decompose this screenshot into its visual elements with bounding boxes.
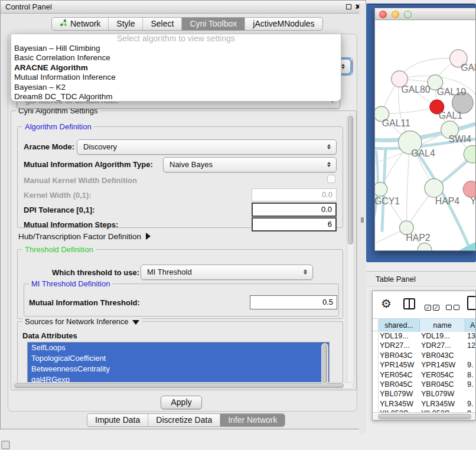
tab-impute-data[interactable]: Impute Data xyxy=(87,414,148,426)
split-panel-icon[interactable] xyxy=(403,298,415,309)
table-hscrollbar-thumb[interactable] xyxy=(378,414,471,419)
attribute-item-selfloops[interactable]: SelfLoops xyxy=(28,343,329,353)
aracne-mode-select[interactable]: Discovery xyxy=(77,139,337,155)
algorithm-option-bayesian-k2[interactable]: Bayesian – K2 xyxy=(11,83,341,92)
data-attributes-list[interactable]: SelfLoopsTopologicalCoefficientBetweenne… xyxy=(27,342,330,384)
zoom-button[interactable] xyxy=(404,11,412,18)
popup-item-list: Bayesian – Hill ClimbingBasic Correlatio… xyxy=(11,44,341,102)
network-window: GALGAL80GAL10GAL1GAL11SWI4GAL4GCY1HAP4YH… xyxy=(374,8,476,251)
mi-threshold-label: Mutual Information Threshold: xyxy=(29,298,140,307)
export-table-icon[interactable] xyxy=(467,296,476,310)
network-labels-layer: GALGAL80GAL10GAL1GAL11SWI4GAL4GCY1HAP4YH… xyxy=(375,63,475,243)
network-node-hap4[interactable] xyxy=(425,179,444,198)
close-button[interactable] xyxy=(379,11,387,18)
tab-infer-network[interactable]: Infer Network xyxy=(220,414,285,426)
table-cell: 13 xyxy=(467,331,475,341)
float-window-icon[interactable] xyxy=(346,4,351,9)
apply-button[interactable]: Apply xyxy=(161,396,202,409)
table-hscrollbar[interactable] xyxy=(373,412,475,420)
tab-jactivemnodules[interactable]: jActiveMNodules xyxy=(244,18,322,30)
node-label-gcy1: GCY1 xyxy=(375,196,400,206)
tab-network[interactable]: Network xyxy=(52,18,108,30)
tab-discretize-data[interactable]: Discretize Data xyxy=(148,414,220,426)
table-cell: YER054C xyxy=(421,370,454,380)
algorithm-option-bayesian-hill-climbing[interactable]: Bayesian – Hill Climbing xyxy=(11,44,341,53)
table-settings-gear-icon[interactable]: ⚙ xyxy=(381,298,392,309)
tab-select[interactable]: Select xyxy=(142,18,181,30)
algorithm-option-basic-correlation-inference[interactable]: Basic Correlation Inference xyxy=(11,53,341,63)
which-threshold-value: MI Threshold xyxy=(147,268,192,276)
data-attributes-label: Data Attributes xyxy=(22,331,77,340)
tab-cyni-toolbox[interactable]: Cyni Toolbox xyxy=(181,18,244,30)
table-row[interactable]: YBR043CYBR043C xyxy=(373,351,476,360)
table-row[interactable]: YBR045CYBR045C9. xyxy=(373,380,476,389)
table-row[interactable]: YER054CYER054C8. xyxy=(373,370,476,380)
network-node-y[interactable] xyxy=(463,181,475,198)
manual-kernel-width-checkbox[interactable] xyxy=(327,175,335,183)
node-label-gal1: GAL1 xyxy=(439,110,463,120)
expander-collapsed-icon xyxy=(146,233,151,240)
control-panel-titlebar: Control Panel ✖ xyxy=(1,1,366,14)
column-header-shared-name[interactable]: shared... xyxy=(379,319,420,332)
spinner-arrows-icon xyxy=(326,161,331,168)
table-body[interactable]: YDL19...YDL19...13YDR27...YDR27...12YBR0… xyxy=(373,331,476,412)
which-threshold-select[interactable]: MI Threshold xyxy=(141,265,313,280)
table-cell: YPR145W xyxy=(380,360,414,370)
network-canvas[interactable]: GALGAL80GAL10GAL1GAL11SWI4GAL4GCY1HAP4YH… xyxy=(375,20,475,250)
panel-split-divider[interactable] xyxy=(359,5,366,434)
table-cell: 12 xyxy=(467,341,475,350)
table-cell: YBR045C xyxy=(380,380,413,389)
settings-hscrollbar-thumb[interactable] xyxy=(14,383,344,388)
algorithm-option-aracne-algorithm[interactable]: ARACNE Algorithm xyxy=(11,63,341,73)
mi-threshold-field[interactable]: 0.5 xyxy=(250,295,337,309)
attributes-list-scrollbar[interactable] xyxy=(321,343,328,384)
hub-definition-label: Hub/Transcription Factor Definition xyxy=(18,232,141,241)
unchecked-box-icon xyxy=(446,305,452,310)
attribute-item-topologicalcoefficient[interactable]: TopologicalCoefficient xyxy=(28,353,329,364)
table-row[interactable]: YDL19...YDL19...13 xyxy=(373,331,476,341)
tab-label: Network xyxy=(70,18,100,30)
settings-hscrollbar[interactable] xyxy=(12,382,354,389)
attribute-item-betweennesscentrality[interactable]: BetweennessCentrality xyxy=(28,364,329,374)
dpi-tolerance-field[interactable]: 0.0 xyxy=(252,203,337,217)
kernel-width-field[interactable]: 0.0 xyxy=(252,188,337,201)
attributes-list-scrollbar-thumb[interactable] xyxy=(322,344,327,383)
hide-columns-icon[interactable] xyxy=(446,302,461,312)
mi-algorithm-type-value: Naive Bayes xyxy=(169,160,213,169)
table-cell: YLR345W xyxy=(380,399,413,409)
mi-threshold-group-title: MI Threshold Definition xyxy=(29,279,112,288)
table-row[interactable]: YDR27...YDR27...12 xyxy=(373,341,476,350)
network-node-gcy1[interactable] xyxy=(375,182,387,197)
table-cell: 9. xyxy=(467,399,473,409)
mi-algorithm-type-select[interactable]: Naive Bayes xyxy=(163,157,337,172)
hub-definition-expander[interactable]: Hub/Transcription Factor Definition xyxy=(18,232,151,241)
table-row[interactable]: YLR345WYLR345W9. xyxy=(373,399,476,409)
table-cell: YBR043C xyxy=(421,351,454,360)
table-cell: 9. xyxy=(467,360,473,370)
node-label-gal11: GAL11 xyxy=(382,118,410,128)
kernel-width-label: Kernel Width (0,1): xyxy=(24,191,92,200)
bottom-tab-bar: Impute DataDiscretize DataInfer Network xyxy=(87,413,285,427)
table-cell: YBL079W xyxy=(421,389,454,399)
mi-steps-label: Mutual Information Steps: xyxy=(24,220,118,229)
column-header-partial[interactable]: A xyxy=(465,319,476,332)
sources-group-title[interactable]: Sources for Network Inference xyxy=(22,317,142,326)
minimize-button[interactable] xyxy=(392,11,399,18)
algorithm-option-mutual-information-inference[interactable]: Mutual Information Inference xyxy=(11,73,341,82)
table-row[interactable]: YBL079WYBL079W xyxy=(373,389,476,399)
table-panel-window: ⚙ ✓✓ shared... name A YDL19...YDL19...13… xyxy=(372,291,476,420)
mi-steps-field[interactable]: 6 xyxy=(252,217,337,231)
settings-scrollbar-thumb[interactable] xyxy=(348,116,353,244)
column-header-name[interactable]: name xyxy=(420,319,465,332)
tab-style[interactable]: Style xyxy=(108,18,142,30)
divider-handle[interactable] xyxy=(361,217,364,223)
network-window-titlebar xyxy=(375,8,475,20)
node-label-gal80: GAL80 xyxy=(401,84,430,94)
collapsed-panel-icon[interactable] xyxy=(1,441,10,449)
settings-scrollbar[interactable] xyxy=(347,114,354,387)
show-selected-columns-icon[interactable]: ✓✓ xyxy=(425,301,441,312)
table-cell: YBL079W xyxy=(380,389,413,399)
unchecked-box-icon xyxy=(454,305,459,310)
table-row[interactable]: YPR145WYPR145W9. xyxy=(373,360,476,370)
algorithm-option-dream8-dc-tdc-algorithm[interactable]: Dream8 DC_TDC Algorithm xyxy=(11,92,341,102)
